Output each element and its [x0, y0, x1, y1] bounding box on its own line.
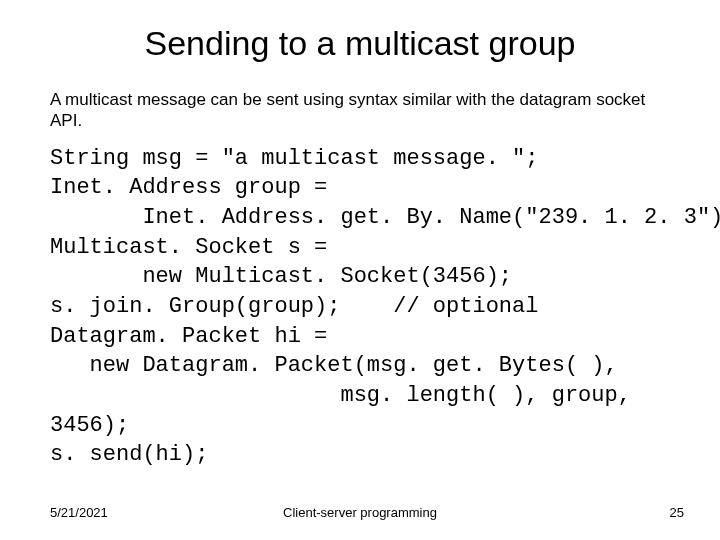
footer-page-number: 25	[670, 505, 684, 520]
code-block: String msg = "a multicast message. "; In…	[50, 144, 670, 471]
slide-title: Sending to a multicast group	[50, 24, 670, 63]
intro-paragraph: A multicast message can be sent using sy…	[50, 89, 670, 132]
slide: Sending to a multicast group A multicast…	[0, 0, 720, 540]
footer-center: Client-server programming	[0, 505, 720, 520]
